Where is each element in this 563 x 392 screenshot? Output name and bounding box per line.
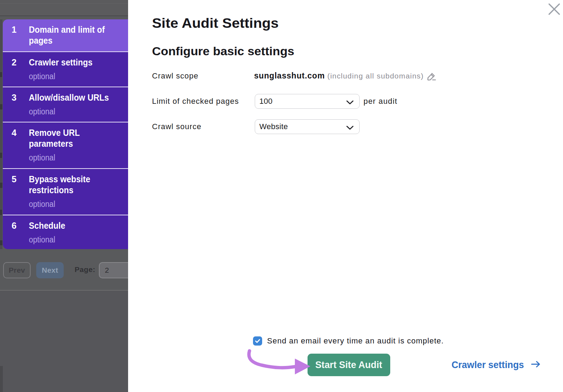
next-button[interactable]: Next: [36, 262, 64, 278]
crawler-settings-link[interactable]: Crawler settings: [450, 354, 541, 376]
close-icon[interactable]: [548, 2, 561, 16]
step-title: Schedule: [29, 220, 111, 231]
modal-title: Site Audit Settings: [152, 15, 279, 31]
backdrop-text-fragment: [0, 183, 2, 188]
annotation-arrow: [243, 348, 313, 380]
prev-button-label: Prev: [9, 266, 25, 274]
step-optional-tag: optional: [29, 152, 111, 163]
start-site-audit-label: Start Site Audit: [315, 360, 382, 371]
backdrop-header-divider: [0, 15, 128, 16]
crawler-settings-link-label: Crawler settings: [451, 360, 524, 371]
step-optional-tag: optional: [29, 106, 111, 117]
limit-label: Limit of checked pages: [152, 97, 239, 106]
step-title: Remove URL parameters: [29, 127, 111, 149]
step-number: 5: [12, 174, 17, 185]
crawl-scope-value: sunglasshut.com (including all subdomain…: [254, 71, 424, 81]
backdrop-text-fragment: [0, 153, 2, 158]
limit-select-value: 100: [255, 97, 273, 106]
site-audit-wizard-steps: 1 Domain and limit of pages 2 Crawler se…: [3, 19, 128, 249]
crawl-scope-label: Crawl scope: [152, 71, 254, 81]
email-checkbox-label: Send an email every time an audit is com…: [267, 336, 444, 346]
step-title: Crawler settings: [29, 57, 111, 68]
step-number: 1: [12, 24, 17, 35]
arrow-right-icon: [531, 360, 541, 369]
crawl-source-select[interactable]: Website: [255, 119, 360, 134]
backdrop-bottom-area: [0, 291, 128, 392]
step-optional-tag: optional: [29, 199, 111, 209]
backdrop-top-line: [0, 3, 128, 4]
step-domain-and-limit-of-pages[interactable]: 1 Domain and limit of pages: [3, 19, 128, 51]
email-checkbox[interactable]: [253, 336, 262, 346]
per-audit-label: per audit: [363, 97, 397, 106]
step-bypass-website-restrictions[interactable]: 5 Bypass website restrictions optional: [3, 168, 128, 215]
crawl-source-select-value: Website: [255, 122, 288, 131]
step-schedule[interactable]: 6 Schedule optional: [3, 215, 128, 249]
step-number: 6: [12, 220, 17, 231]
step-title: Bypass website restrictions: [29, 174, 111, 196]
prev-button[interactable]: Prev: [3, 262, 31, 278]
step-number: 3: [12, 92, 17, 103]
crawl-scope-domain: sunglasshut.com: [254, 71, 325, 80]
step-remove-url-parameters[interactable]: 4 Remove URL parameters optional: [3, 122, 128, 168]
backdrop-text-fragment: [0, 210, 2, 215]
step-number: 2: [12, 57, 17, 68]
page-number-input[interactable]: [99, 262, 132, 278]
crawl-source-label: Crawl source: [152, 122, 201, 131]
background-pagination: Prev Next Page:: [0, 262, 128, 278]
step-optional-tag: optional: [29, 71, 111, 82]
crawl-scope-note: (including all subdomains): [325, 72, 424, 80]
site-audit-settings-modal: Site Audit Settings Configure basic sett…: [128, 0, 563, 392]
backdrop-corner-shade: [0, 366, 3, 392]
step-title: Allow/disallow URLs: [29, 92, 111, 103]
chevron-down-icon: [346, 125, 354, 131]
backdrop-text-fragment: [0, 72, 2, 77]
chevron-down-icon: [346, 100, 354, 106]
limit-select[interactable]: 100: [255, 94, 360, 109]
step-title: Domain and limit of pages: [29, 24, 111, 46]
start-site-audit-button[interactable]: Start Site Audit: [308, 354, 390, 376]
step-number: 4: [12, 127, 17, 138]
backdrop-text-fragment: [0, 104, 2, 109]
page-label: Page:: [75, 265, 95, 274]
backdrop-top-band: [0, 0, 128, 15]
limit-of-checked-pages-row: Limit of checked pages 100 per audit: [152, 94, 539, 109]
step-crawler-settings[interactable]: 2 Crawler settings optional: [3, 51, 128, 87]
next-button-label: Next: [42, 266, 58, 274]
crawl-source-row: Crawl source Website: [152, 119, 539, 135]
section-heading: Configure basic settings: [152, 44, 294, 58]
crawl-scope-row: Crawl scope sunglasshut.com (including a…: [152, 71, 539, 81]
email-notification-row: Send an email every time an audit is com…: [253, 336, 444, 346]
step-optional-tag: optional: [29, 234, 111, 245]
edit-pencil-icon[interactable]: [427, 71, 436, 81]
step-allow-disallow-urls[interactable]: 3 Allow/disallow URLs optional: [3, 87, 128, 122]
backdrop-text-fragment: [0, 240, 2, 245]
